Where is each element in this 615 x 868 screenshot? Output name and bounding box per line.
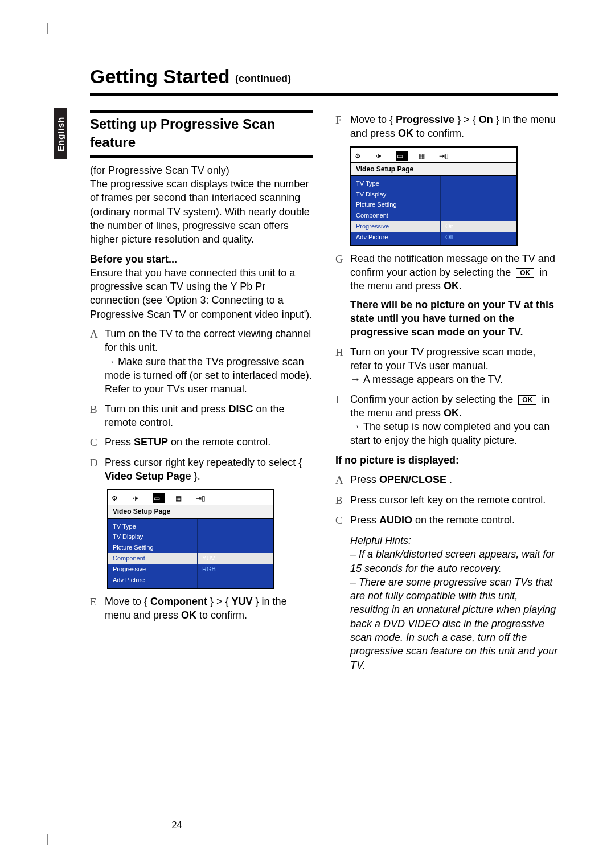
osd-menu-item: Picture Setting [351,199,440,210]
page-number: 24 [172,820,182,830]
osd-option-item: YUV [198,553,273,564]
audio-icon: 🕩 [132,494,142,503]
osd-menu-item: Picture Setting [108,542,197,553]
osd-option-item: Off [441,232,516,243]
before-label: Before you start... [90,253,177,265]
section-heading: Setting up Progressive Scan feature [90,110,313,158]
before-body: Ensure that you have connected this unit… [90,267,312,320]
right-column: F Move to { Progressive } > { On } in th… [335,107,558,678]
osd-menu-item: Progressive [108,564,197,575]
general-icon: ⚙ [355,152,365,161]
intro-paragraph: (for Progressive Scan TV only) The progr… [90,163,313,247]
step-f: F Move to { Progressive } > { On } in th… [335,113,558,141]
page-title: Getting Started (continued) [90,65,558,96]
before-you-start: Before you start... Ensure that you have… [90,252,313,321]
lock-icon: ⇥▯ [196,494,206,503]
step-g: G Read the notification message on the T… [335,252,558,339]
pref-icon: ▦ [419,152,429,161]
step-e: E Move to { Component } > { YUV } in the… [90,595,313,623]
left-column: Setting up Progressive Scan feature (for… [90,107,313,678]
osd-tabs: ⚙ 🕩 ▭ ▦ ⇥▯ [351,148,516,163]
video-icon: ▭ [153,493,165,503]
osd-menu-item: TV Display [351,189,440,200]
general-icon: ⚙ [112,494,122,503]
helpful-hints: Helpful Hints: – If a blank/distorted sc… [350,534,558,672]
step-c: C Press SETUP on the remote control. [90,435,313,450]
arrow-note: Make sure that the TVs progressive scan … [105,356,312,395]
nopic-a: A Press OPEN/CLOSE . [335,473,558,488]
hint-2: – There are some progressive scan TVs th… [350,576,557,671]
ok-menu-badge: OK [516,268,534,278]
pref-icon: ▦ [175,494,186,503]
osd-tabs: ⚙ 🕩 ▭ ▦ ⇥▯ [108,490,273,505]
lock-icon: ⇥▯ [439,152,449,161]
step-h: H Turn on your TV progressive scan mode,… [335,345,558,387]
step-d: D Press cursor right key repeatedly to s… [90,456,313,484]
no-picture-heading: If no picture is displayed: [335,453,558,467]
manual-page: English Getting Started (continued) Sett… [47,23,592,845]
language-tab: English [54,108,67,159]
ok-menu-badge: OK [518,395,536,405]
osd-title: Video Setup Page [108,505,273,518]
osd-screenshot-progressive: ⚙ 🕩 ▭ ▦ ⇥▯ Video Setup Page TV TypeTV Di… [350,146,518,246]
step-b: B Turn on this unit and press DISC on th… [90,402,313,430]
osd-title: Video Setup Page [351,163,516,176]
osd-menu-item: Component [108,553,197,564]
osd-menu-item: Progressive [351,221,440,232]
osd-menu-item: Adv Picture [351,232,440,243]
step-i: I Confirm your action by selecting the O… [335,392,558,448]
hint-1: – If a blank/distorted screen appears, w… [350,548,555,574]
osd-menu-item: Adv Picture [108,575,197,586]
osd-screenshot-component: ⚙ 🕩 ▭ ▦ ⇥▯ Video Setup Page TV TypeTV Di… [107,489,274,588]
audio-icon: 🕩 [375,152,386,161]
osd-option-item: On [441,221,516,232]
hints-label: Helpful Hints: [350,535,411,546]
nopic-b: B Press cursor left key on the remote co… [335,493,558,508]
no-picture-warning: There will be no picture on your TV at t… [350,298,558,339]
title-main: Getting Started [90,65,230,87]
video-icon: ▭ [396,151,408,161]
step-a: A Turn on the TV to the correct viewing … [90,327,313,396]
osd-menu-item: TV Type [108,521,197,532]
osd-option-item: RGB [198,564,273,575]
osd-menu-item: TV Type [351,178,440,189]
title-continued: (continued) [235,73,291,84]
nopic-c: C Press AUDIO on the remote control. [335,513,558,528]
osd-menu-item: Component [351,210,440,221]
osd-menu-item: TV Display [108,531,197,542]
